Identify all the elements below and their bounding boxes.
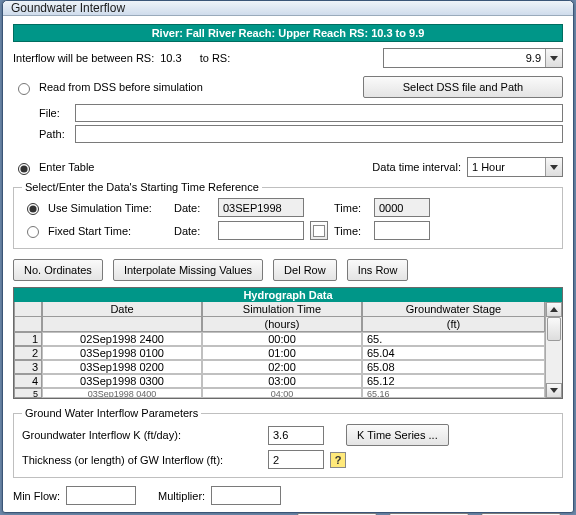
- vertical-scrollbar[interactable]: [545, 302, 562, 398]
- fixed-start-label: Fixed Start Time:: [48, 225, 168, 237]
- cell-sim[interactable]: 04:00: [202, 388, 362, 398]
- k-label: Groundwater Interflow K (ft/day):: [22, 429, 262, 441]
- cell-stage[interactable]: 65.08: [362, 360, 545, 374]
- cell-date[interactable]: 03Sep1998 0200: [42, 360, 202, 374]
- cell-stage[interactable]: 65.: [362, 332, 545, 346]
- unit-simtime: (hours): [202, 317, 362, 332]
- select-dss-button[interactable]: Select DSS file and Path: [363, 76, 563, 98]
- k-field[interactable]: [268, 426, 324, 445]
- time-label-2: Time:: [334, 225, 368, 237]
- interflow-rs-from: 10.3: [160, 52, 181, 64]
- radio-fixed-start[interactable]: [27, 226, 39, 238]
- interflow-label-pre: Interflow will be between RS:: [13, 52, 154, 64]
- interflow-label-mid: to RS:: [200, 52, 231, 64]
- fixed-time-field[interactable]: [374, 221, 430, 240]
- calendar-icon[interactable]: [310, 221, 328, 240]
- cell-sim[interactable]: 03:00: [202, 374, 362, 388]
- time-reference-group: Select/Enter the Data's Starting Time Re…: [13, 181, 563, 249]
- interval-value: 1 Hour: [468, 161, 545, 173]
- no-ordinates-button[interactable]: No. Ordinates: [13, 259, 103, 281]
- titlebar[interactable]: Goundwater Interflow: [3, 1, 573, 16]
- dialog-groundwater-interflow: Goundwater Interflow River: Fall River R…: [2, 0, 574, 513]
- cell-date[interactable]: 03Sep1998 0300: [42, 374, 202, 388]
- row-num: 2: [14, 346, 42, 360]
- gw-interflow-params-group: Ground Water Interflow Parameters Ground…: [13, 407, 563, 478]
- cell-sim[interactable]: 00:00: [202, 332, 362, 346]
- help-icon[interactable]: ?: [330, 452, 346, 468]
- river-reach-banner: River: Fall River Reach: Upper Reach RS:…: [13, 24, 563, 42]
- del-row-button[interactable]: Del Row: [273, 259, 337, 281]
- row-num: 5: [14, 388, 42, 398]
- fixed-date-field[interactable]: [218, 221, 304, 240]
- cell-stage[interactable]: 65.12: [362, 374, 545, 388]
- col-stage: Groundwater Stage: [362, 302, 545, 317]
- gw-params-legend: Ground Water Interflow Parameters: [22, 407, 201, 419]
- cell-date[interactable]: 03Sep1998 0400: [42, 388, 202, 398]
- radio-use-sim-time[interactable]: [27, 203, 39, 215]
- enter-table-label: Enter Table: [39, 161, 94, 173]
- cell-date[interactable]: 03Sep1998 0100: [42, 346, 202, 360]
- scroll-down-icon[interactable]: [546, 383, 562, 398]
- col-date: Date: [42, 302, 202, 317]
- cell-sim[interactable]: 01:00: [202, 346, 362, 360]
- cell-sim[interactable]: 02:00: [202, 360, 362, 374]
- interval-combo[interactable]: 1 Hour: [467, 157, 563, 177]
- row-num: 3: [14, 360, 42, 374]
- row-header-blank: [14, 302, 42, 317]
- chevron-down-icon[interactable]: [545, 158, 562, 176]
- rs-to-value: 9.9: [384, 52, 545, 64]
- date-label-1: Date:: [174, 202, 212, 214]
- date-label-2: Date:: [174, 225, 212, 237]
- read-dss-label: Read from DSS before simulation: [39, 81, 203, 93]
- ins-row-button[interactable]: Ins Row: [347, 259, 409, 281]
- min-flow-label: Min Flow:: [13, 490, 60, 502]
- hydrograph-table: Hydrograph Data Date Simulation Time Gro…: [13, 287, 563, 399]
- row-num: 4: [14, 374, 42, 388]
- radio-enter-table[interactable]: [18, 163, 30, 175]
- chevron-down-icon[interactable]: [545, 49, 562, 67]
- table-title: Hydrograph Data: [14, 288, 562, 302]
- cell-stage[interactable]: 65.16: [362, 388, 545, 398]
- use-sim-label: Use Simulation Time:: [48, 202, 168, 214]
- scroll-up-icon[interactable]: [546, 302, 562, 317]
- unit-date: [42, 317, 202, 332]
- sim-date-field: [218, 198, 304, 217]
- min-flow-field[interactable]: [66, 486, 136, 505]
- cell-stage[interactable]: 65.04: [362, 346, 545, 360]
- scroll-thumb[interactable]: [547, 317, 561, 341]
- interval-label: Data time interval:: [372, 161, 461, 173]
- dss-file-field[interactable]: [75, 104, 563, 122]
- interpolate-button[interactable]: Interpolate Missing Values: [113, 259, 263, 281]
- dss-path-field[interactable]: [75, 125, 563, 143]
- radio-read-dss[interactable]: [18, 83, 30, 95]
- col-simtime: Simulation Time: [202, 302, 362, 317]
- k-time-series-button[interactable]: K Time Series ...: [346, 424, 449, 446]
- cell-date[interactable]: 02Sep1998 2400: [42, 332, 202, 346]
- path-label: Path:: [39, 128, 69, 140]
- multiplier-label: Multiplier:: [158, 490, 205, 502]
- time-reference-legend: Select/Enter the Data's Starting Time Re…: [22, 181, 262, 193]
- unit-stage: (ft): [362, 317, 545, 332]
- thickness-label: Thickness (or length) of GW Interflow (f…: [22, 454, 262, 466]
- sim-time-field: [374, 198, 430, 217]
- window-title: Goundwater Interflow: [11, 1, 125, 15]
- row-num: 1: [14, 332, 42, 346]
- multiplier-field[interactable]: [211, 486, 281, 505]
- time-label-1: Time:: [334, 202, 368, 214]
- file-label: File:: [39, 107, 69, 119]
- thickness-field[interactable]: [268, 450, 324, 469]
- rs-to-combo[interactable]: 9.9: [383, 48, 563, 68]
